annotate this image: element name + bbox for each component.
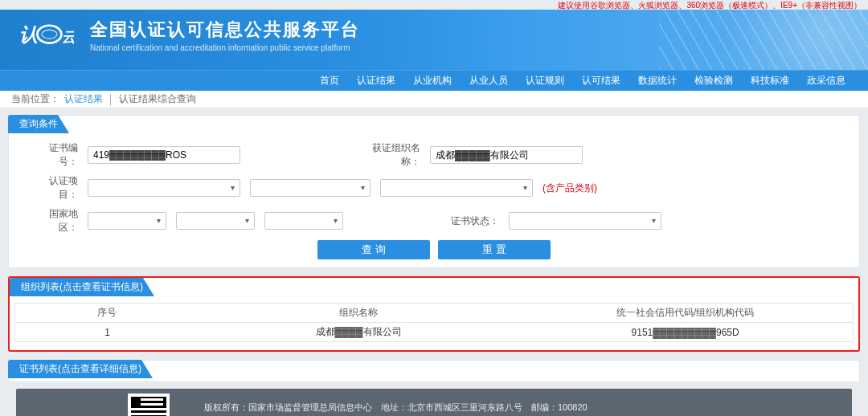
org-th-name: 组织名称 bbox=[199, 304, 518, 323]
site-banner: 认 云 全国认证认可信息公共服务平台 National certificatio… bbox=[0, 10, 868, 70]
org-name-input[interactable] bbox=[430, 146, 583, 164]
wechat-qr-icon bbox=[128, 394, 170, 416]
site-title-en: National certification and accreditation… bbox=[90, 43, 360, 52]
breadcrumb: 当前位置： 认证结果 │ 认证结果综合查询 bbox=[0, 91, 868, 108]
cert-item-label: 认证项目： bbox=[31, 174, 78, 202]
org-list-panel: 组织列表(点击查看证书信息) 序号 组织名称 统一社会信用代码/组织机构代码 1… bbox=[8, 276, 860, 352]
cert-item-select-1[interactable] bbox=[88, 179, 240, 197]
nav-approve[interactable]: 认可结果 bbox=[582, 74, 620, 88]
nav-inspection[interactable]: 检验检测 bbox=[694, 74, 733, 88]
cert-status-select[interactable] bbox=[509, 212, 661, 230]
svg-text:认: 认 bbox=[19, 23, 38, 44]
cert-no-input[interactable] bbox=[88, 146, 240, 164]
org-cell-code: 9151▓▓▓▓▓▓▓▓▓965D bbox=[518, 323, 853, 342]
site-title-zh: 全国认证认可信息公共服务平台 bbox=[90, 18, 360, 42]
nav-agencies[interactable]: 从业机构 bbox=[413, 74, 452, 88]
breadcrumb-l1[interactable]: 认证结果 bbox=[64, 92, 103, 106]
region-select-3[interactable] bbox=[264, 212, 343, 230]
breadcrumb-sep: │ bbox=[108, 94, 114, 105]
region-select-1[interactable] bbox=[88, 212, 166, 230]
svg-point-2 bbox=[42, 30, 57, 39]
main-nav: 首页 认证结果 从业机构 从业人员 认证规则 认可结果 数据统计 检验检测 科技… bbox=[0, 70, 868, 91]
cert-item-select-3[interactable] bbox=[380, 179, 533, 197]
nav-standards[interactable]: 科技标准 bbox=[751, 74, 789, 88]
org-panel-title: 组织列表(点击查看证书信息) bbox=[10, 278, 154, 296]
org-table-row[interactable]: 1 成都▓▓▓▓有限公司 9151▓▓▓▓▓▓▓▓▓965D bbox=[15, 323, 854, 342]
reset-button[interactable]: 重 置 bbox=[438, 240, 551, 259]
nav-cert-result[interactable]: 认证结果 bbox=[357, 74, 395, 88]
org-th-idx: 序号 bbox=[15, 304, 199, 323]
cert-list-panel: 证书列表(点击查看详细信息) bbox=[8, 360, 860, 382]
nav-personnel[interactable]: 从业人员 bbox=[469, 74, 508, 88]
svg-point-1 bbox=[37, 25, 61, 43]
banner-decor bbox=[659, 10, 868, 70]
org-cell-idx: 1 bbox=[15, 323, 199, 342]
nav-cert-rules[interactable]: 认证规则 bbox=[526, 74, 564, 88]
nav-gov-procure[interactable]: 政采信息 bbox=[807, 74, 845, 88]
cert-no-label: 证书编号： bbox=[31, 141, 78, 169]
cert-panel-title: 证书列表(点击查看详细信息) bbox=[8, 360, 153, 378]
nav-stats[interactable]: 数据统计 bbox=[638, 74, 677, 88]
breadcrumb-l2: 认证结果综合查询 bbox=[119, 92, 196, 106]
product-hint: (含产品类别) bbox=[542, 181, 597, 195]
svg-text:云: 云 bbox=[62, 29, 74, 45]
query-button[interactable]: 查 询 bbox=[317, 240, 430, 259]
org-cell-name: 成都▓▓▓▓有限公司 bbox=[199, 323, 518, 342]
footer-line-1: 版权所有：国家市场监督管理总局信息中心 地址：北京市西城区三里河东路八号 邮编：… bbox=[204, 400, 596, 414]
search-panel-title: 查询条件 bbox=[8, 115, 69, 133]
org-th-code: 统一社会信用代码/组织机构代码 bbox=[518, 304, 853, 323]
cert-status-label: 证书状态： bbox=[451, 214, 499, 228]
nav-home[interactable]: 首页 bbox=[320, 74, 339, 88]
region-select-2[interactable] bbox=[176, 212, 255, 230]
org-table: 序号 组织名称 统一社会信用代码/组织机构代码 1 成都▓▓▓▓有限公司 915… bbox=[14, 303, 854, 342]
search-panel: 查询条件 证书编号： 获证组织名称： 认证项目： (含产品类别) 国家地区： bbox=[8, 115, 860, 268]
breadcrumb-label: 当前位置： bbox=[11, 92, 59, 106]
region-label: 国家地区： bbox=[31, 207, 78, 235]
org-name-label: 获证组织名称： bbox=[356, 141, 420, 169]
site-logo: 认 云 bbox=[19, 18, 74, 52]
org-table-header-row: 序号 组织名称 统一社会信用代码/组织机构代码 bbox=[15, 304, 854, 323]
browser-compat-warning: 建议使用谷歌浏览器、火狐浏览器、360浏览器（极速模式）、IE9+（非兼容性视图… bbox=[0, 0, 868, 10]
site-footer: 国家认监委微信 版权所有：国家市场监督管理总局信息中心 地址：北京市西城区三里河… bbox=[16, 389, 852, 416]
cert-item-select-2[interactable] bbox=[250, 179, 371, 197]
